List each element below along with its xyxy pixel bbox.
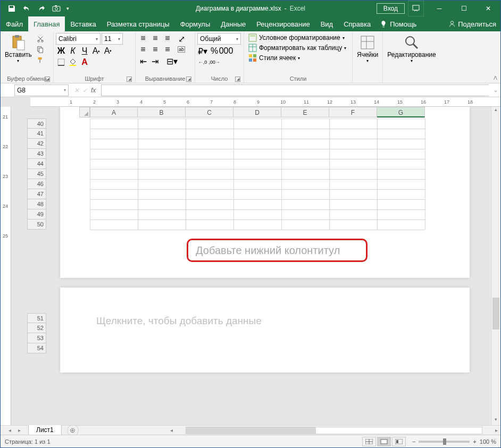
redo-icon[interactable] xyxy=(35,2,48,15)
undo-icon[interactable] xyxy=(20,2,34,15)
increase-decimal-icon[interactable]: ←,0 xyxy=(197,57,208,67)
merge-center-icon[interactable]: ⊟▾ xyxy=(161,56,182,66)
name-box[interactable]: G8▾ xyxy=(14,84,69,96)
maximize-button[interactable]: ☐ xyxy=(452,1,476,16)
editing-button[interactable]: Редактирование ▾ xyxy=(385,33,438,64)
decrease-font-icon[interactable]: A▾ xyxy=(103,46,113,56)
save-icon[interactable] xyxy=(5,2,19,15)
percent-format-icon[interactable]: % xyxy=(209,46,220,56)
signin-button[interactable]: Вход xyxy=(377,3,405,14)
row-header-49[interactable]: 49 xyxy=(27,209,46,219)
row-header-53[interactable]: 53 xyxy=(27,333,46,343)
borders-icon[interactable] xyxy=(56,57,66,67)
tab-review[interactable]: Рецензирование xyxy=(251,16,315,31)
row-header-42[interactable]: 42 xyxy=(27,139,46,149)
minimize-button[interactable]: ─ xyxy=(427,1,452,16)
tab-file[interactable]: Файл xyxy=(1,16,28,31)
column-header-G[interactable]: G xyxy=(377,107,425,117)
column-header-B[interactable]: B xyxy=(138,107,186,117)
tab-data[interactable]: Данные xyxy=(215,16,251,31)
zoom-level[interactable]: 100 % xyxy=(480,438,496,445)
cancel-formula-icon[interactable]: ✕ xyxy=(74,87,79,94)
add-sheet-button[interactable]: ⊕ xyxy=(67,425,79,435)
number-dialog-launcher-icon[interactable]: ◢ xyxy=(235,77,240,82)
column-header-C[interactable]: C xyxy=(186,107,233,117)
accounting-format-icon[interactable]: ₽▾ xyxy=(197,46,208,56)
zoom-in-button[interactable]: + xyxy=(473,438,476,445)
row-header-52[interactable]: 52 xyxy=(27,323,46,333)
worksheet-grid[interactable]: ABCDEFG 4041424344454647484950 Добавьте … xyxy=(11,107,491,425)
align-bottom-icon[interactable]: ≡ xyxy=(162,33,173,43)
align-left-icon[interactable]: ≡ xyxy=(138,45,148,54)
sheet-nav-next-icon[interactable]: ▸ xyxy=(14,427,24,433)
conditional-formatting-button[interactable]: Условное форматирование▾ xyxy=(246,33,348,43)
bold-button[interactable]: Ж xyxy=(56,46,66,56)
wrap-text-icon[interactable]: ab xyxy=(176,45,187,54)
orientation-icon[interactable]: ⤢ xyxy=(176,34,187,44)
format-painter-icon[interactable] xyxy=(35,55,46,65)
tab-home[interactable]: Главная xyxy=(28,16,65,31)
formula-bar[interactable] xyxy=(101,84,489,96)
qat-customize-icon[interactable]: ▾ xyxy=(64,2,71,15)
scroll-right-icon[interactable]: ▸ xyxy=(492,427,500,433)
column-header-F[interactable]: F xyxy=(329,107,377,117)
row-header-47[interactable]: 47 xyxy=(27,189,46,199)
tab-insert[interactable]: Вставка xyxy=(65,16,101,31)
clipboard-dialog-launcher-icon[interactable]: ◢ xyxy=(45,77,50,82)
decrease-decimal-icon[interactable]: ,00→ xyxy=(209,57,220,67)
footer-placeholder[interactable]: Добавьте нижний колонтитул xyxy=(187,239,368,262)
tab-page-layout[interactable]: Разметка страницы xyxy=(102,16,175,31)
cells-button[interactable]: Ячейки ▾ xyxy=(355,33,380,64)
camera-icon[interactable] xyxy=(49,2,63,15)
tellme-button[interactable]: Помощь xyxy=(376,16,421,31)
collapse-ribbon-icon[interactable]: ᐱ xyxy=(494,75,497,81)
column-header-D[interactable]: D xyxy=(233,107,281,117)
column-header-E[interactable]: E xyxy=(281,107,329,117)
column-header-A[interactable]: A xyxy=(90,107,138,117)
enter-formula-icon[interactable]: ✓ xyxy=(82,87,88,94)
row-header-51[interactable]: 51 xyxy=(27,313,46,323)
row-header-45[interactable]: 45 xyxy=(27,169,46,179)
expand-formula-bar-icon[interactable]: ⌄ xyxy=(491,87,500,93)
tab-view[interactable]: Вид xyxy=(315,16,339,31)
increase-font-icon[interactable]: A▴ xyxy=(91,46,102,56)
copy-icon[interactable] xyxy=(35,45,46,54)
comma-format-icon[interactable]: 000 xyxy=(221,46,231,56)
font-dialog-launcher-icon[interactable]: ◢ xyxy=(127,77,132,82)
normal-view-icon[interactable] xyxy=(362,437,376,446)
align-top-icon[interactable]: ≡ xyxy=(138,33,148,43)
row-header-50[interactable]: 50 xyxy=(27,219,46,230)
italic-button[interactable]: К xyxy=(68,46,78,56)
font-size-dropdown[interactable]: 11▾ xyxy=(102,33,123,45)
increase-indent-icon[interactable]: ⇥ xyxy=(149,56,160,66)
number-format-dropdown[interactable]: Общий▾ xyxy=(197,33,241,45)
zoom-slider[interactable] xyxy=(419,441,470,443)
vertical-scrollbar[interactable]: ▴ ▾ xyxy=(491,107,500,425)
underline-button[interactable]: Ч xyxy=(79,46,90,56)
row-header-41[interactable]: 41 xyxy=(27,129,46,139)
click-to-add-data-hint[interactable]: Щелкните, чтобы добавить данные xyxy=(96,315,262,327)
horizontal-scrollbar[interactable] xyxy=(186,427,482,434)
page-layout-view-icon[interactable] xyxy=(377,437,391,446)
row-header-46[interactable]: 46 xyxy=(27,179,46,189)
paste-button[interactable]: Вставить ▾ xyxy=(3,33,34,64)
cell-styles-button[interactable]: Стили ячеек▾ xyxy=(246,53,348,63)
cut-icon[interactable] xyxy=(35,34,46,44)
share-button[interactable]: Поделиться xyxy=(444,16,500,31)
align-right-icon[interactable]: ≡ xyxy=(162,45,173,54)
scroll-left-icon[interactable]: ◂ xyxy=(168,427,176,433)
format-as-table-button[interactable]: Форматировать как таблицу▾ xyxy=(246,43,348,53)
ribbon-display-options-icon[interactable] xyxy=(408,1,424,16)
select-all-cells[interactable] xyxy=(79,107,90,117)
sheet-tab-1[interactable]: Лист1 xyxy=(28,425,62,435)
font-name-dropdown[interactable]: Calibri▾ xyxy=(56,33,101,45)
insert-function-icon[interactable]: fx xyxy=(91,87,96,94)
font-color-icon[interactable]: A xyxy=(79,57,90,67)
zoom-out-button[interactable]: − xyxy=(412,438,415,445)
row-header-54[interactable]: 54 xyxy=(27,343,46,353)
alignment-dialog-launcher-icon[interactable]: ◢ xyxy=(186,77,191,82)
decrease-indent-icon[interactable]: ⇤ xyxy=(138,56,148,66)
fill-color-icon[interactable] xyxy=(68,57,78,67)
sheet-nav-prev-icon[interactable]: ◂ xyxy=(5,427,14,433)
row-header-40[interactable]: 40 xyxy=(27,119,46,129)
